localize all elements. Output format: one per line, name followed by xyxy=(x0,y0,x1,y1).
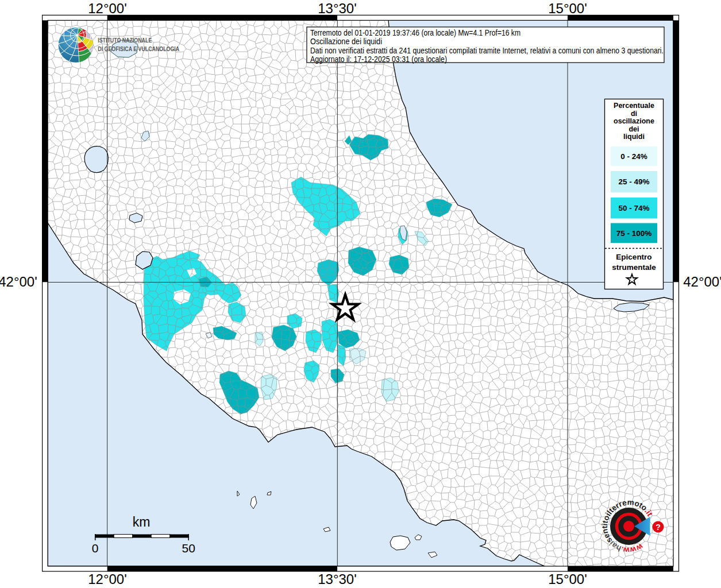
svg-text:15°00': 15°00' xyxy=(548,1,587,16)
svg-text:75 - 100%: 75 - 100% xyxy=(616,229,652,238)
svg-text:25 - 49%: 25 - 49% xyxy=(618,177,649,186)
svg-text:15°00': 15°00' xyxy=(548,571,587,587)
svg-text:oscillazione: oscillazione xyxy=(614,117,654,125)
svg-text:12°00': 12°00' xyxy=(88,571,127,587)
svg-text:Terremoto del 01-01-2019 19:37: Terremoto del 01-01-2019 19:37:46 (ora l… xyxy=(310,28,520,37)
svg-text:liquidi: liquidi xyxy=(623,133,645,141)
svg-text:13°30': 13°30' xyxy=(318,1,357,16)
svg-text:?: ? xyxy=(656,523,661,532)
svg-text:0 - 24%: 0 - 24% xyxy=(620,152,647,161)
svg-text:0: 0 xyxy=(92,541,99,555)
svg-text:Dati non verificati estratti d: Dati non verificati estratti da 241 ques… xyxy=(310,46,664,55)
svg-text:dei: dei xyxy=(629,125,639,133)
svg-text:ISTITUTO NAZIONALE: ISTITUTO NAZIONALE xyxy=(98,37,152,44)
svg-text:Percentuale: Percentuale xyxy=(614,102,654,110)
svg-text:50 - 74%: 50 - 74% xyxy=(618,204,649,212)
svg-text:42°00': 42°00' xyxy=(683,274,721,289)
svg-text:Epicentro: Epicentro xyxy=(616,253,651,261)
svg-text:42°00': 42°00' xyxy=(0,274,37,289)
svg-text:di: di xyxy=(631,110,637,118)
svg-text:13°30': 13°30' xyxy=(318,571,357,587)
svg-text:Oscillazione dei liquidi: Oscillazione dei liquidi xyxy=(310,37,382,46)
svg-text:strumentale: strumentale xyxy=(612,263,656,272)
svg-text:DI GEOFISICA E VULCANOLOGIA: DI GEOFISICA E VULCANOLOGIA xyxy=(98,45,179,52)
svg-text:50: 50 xyxy=(182,541,195,555)
svg-text:12°00': 12°00' xyxy=(88,1,127,16)
svg-text:km: km xyxy=(133,514,151,529)
svg-text:Aggiornato il: 17-12-2025 03:3: Aggiornato il: 17-12-2025 03:31 (ora loc… xyxy=(310,55,447,64)
